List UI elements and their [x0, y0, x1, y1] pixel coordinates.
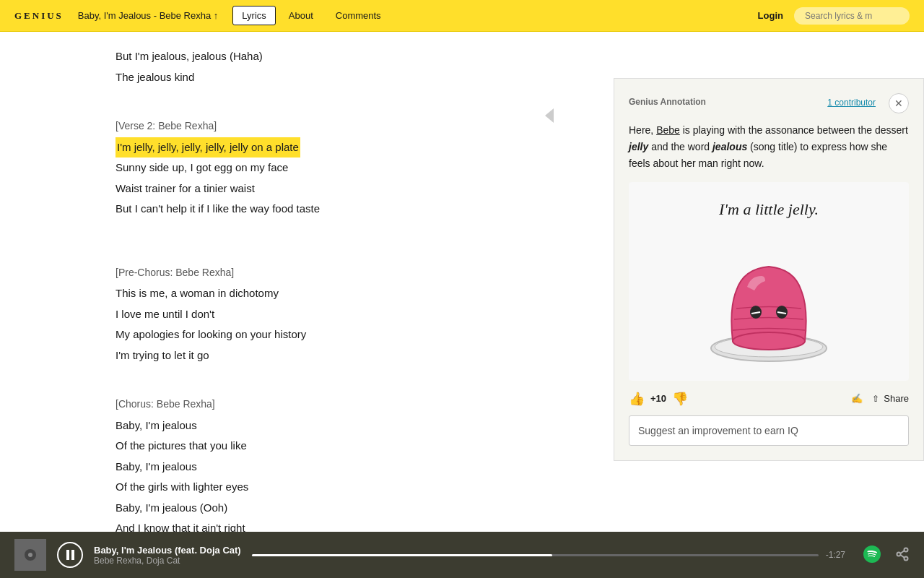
share-icon: ⇧	[872, 392, 879, 406]
suggest-improvement-button[interactable]: Suggest an improvement to earn IQ	[629, 415, 909, 446]
share-button[interactable]: ⇧ Share	[872, 392, 909, 407]
svg-point-2	[733, 332, 805, 350]
share-label: Share	[884, 392, 909, 407]
lyric-line: Sunny side up, I got egg on my face	[116, 158, 534, 178]
section-header-verse2: [Verse 2: Bebe Rexha]	[116, 116, 534, 136]
lyric-line: Baby, I'm jealous (Ooh)	[116, 498, 534, 519]
lyric-line: My apologies for looking on your history	[116, 324, 534, 345]
annotation-arrow	[545, 108, 554, 123]
time-remaining: -1:27	[826, 550, 845, 560]
lyric-line: The jealous kind	[116, 67, 534, 88]
site-header: GENIUS Baby, I'm Jealous - Bebe Rexha ↑ …	[0, 0, 924, 32]
spacer	[116, 220, 534, 234]
annotation-panel: Genius Annotation 1 contributor ✕ Here, …	[614, 78, 924, 461]
annotation-jelly-word: jelly	[629, 141, 648, 152]
pause-icon	[66, 550, 74, 560]
svg-point-13	[905, 556, 908, 560]
contributor-link[interactable]: 1 contributor	[827, 96, 876, 110]
album-art-image	[14, 539, 46, 571]
login-button[interactable]: Login	[758, 10, 783, 21]
lyric-line: This is me, a woman in dichotomy	[116, 283, 534, 304]
lyric-line: Of the girls with lighter eyes	[116, 477, 534, 498]
spacer	[116, 87, 534, 102]
track-name: Baby, I'm Jealous (feat. Doja Cat)	[94, 545, 241, 556]
header-right: Login	[758, 7, 910, 25]
svg-line-14	[900, 551, 904, 553]
song-title: Baby, I'm Jealous - Bebe Rexha ↑	[78, 10, 218, 21]
svg-line-15	[900, 555, 904, 558]
upvote-button[interactable]: 👍	[629, 391, 645, 407]
lyric-line: Baby, I'm jealous	[116, 457, 534, 478]
svg-point-12	[897, 552, 901, 556]
player-share-button[interactable]	[895, 547, 910, 564]
tab-lyrics[interactable]: Lyrics	[232, 6, 275, 25]
lyric-line: I love me until I don't	[116, 304, 534, 325]
lyric-line: But I'm jealous, jealous (Haha)	[116, 46, 534, 67]
vote-count: +10	[650, 392, 666, 407]
lyric-line: Baby, I'm jealous	[116, 415, 534, 436]
highlighted-lyric-line[interactable]: I'm jelly, jelly, jelly, jelly, jelly on…	[116, 137, 534, 158]
section-header-chorus: [Chorus: Bebe Rexha]	[116, 394, 534, 414]
lyrics-column: But I'm jealous, jealous (Haha) The jeal…	[0, 32, 563, 578]
highlighted-text[interactable]: I'm jelly, jelly, jelly, jelly, jelly on…	[116, 137, 300, 158]
annotation-text-p3: and the word	[648, 141, 712, 152]
annotation-header-left: Genius Annotation	[629, 93, 706, 109]
jelly-svg	[697, 236, 841, 366]
track-info: Baby, I'm Jealous (feat. Doja Cat) Bebe …	[94, 545, 241, 566]
svg-point-11	[905, 548, 908, 551]
tab-comments[interactable]: Comments	[326, 6, 391, 25]
lyric-line: Waist trainer for a tinier waist	[116, 178, 534, 199]
annotation-jealous-word: jealous	[712, 141, 747, 152]
section-header-prechorus: [Pre-Chorus: Bebe Rexha]	[116, 263, 534, 282]
pause-bar-left	[66, 550, 69, 560]
jelly-illustration: I'm a little jelly.	[629, 182, 909, 381]
tab-about[interactable]: About	[279, 6, 323, 25]
album-art	[14, 539, 46, 571]
progress-area: -1:27	[252, 550, 845, 560]
music-player: Baby, I'm Jealous (feat. Doja Cat) Bebe …	[0, 532, 924, 578]
lyric-line: But I can't help it if I like the way fo…	[116, 199, 534, 220]
progress-fill	[252, 554, 552, 556]
annotation-label: Genius Annotation	[629, 97, 706, 107]
pause-button[interactable]	[57, 542, 83, 568]
bebe-name: Bebe	[656, 124, 680, 136]
search-input[interactable]	[794, 7, 910, 25]
progress-bar[interactable]	[252, 554, 819, 556]
pause-bar-right	[71, 550, 74, 560]
annotation-header-right: 1 contributor ✕	[827, 93, 909, 113]
svg-point-9	[28, 553, 32, 557]
nav-tabs: Lyrics About Comments	[232, 6, 390, 25]
annotation-header: Genius Annotation 1 contributor ✕	[629, 93, 909, 113]
track-artist: Bebe Rexha, Doja Cat	[94, 556, 241, 566]
annotation-text-p1: Here,	[629, 124, 656, 136]
annotation-text-p2: is playing with the assonance between th…	[680, 124, 908, 136]
spacer	[116, 366, 534, 380]
downvote-button[interactable]: 👎	[672, 391, 688, 407]
annotation-id-icon: ✍	[851, 392, 863, 407]
annotation-text: Here, Bebe is playing with the assonance…	[629, 122, 909, 172]
main-content: But I'm jealous, jealous (Haha) The jeal…	[0, 32, 924, 578]
spacer	[116, 234, 534, 249]
site-logo: GENIUS	[14, 10, 64, 22]
lyric-line: Of the pictures that you like	[116, 436, 534, 457]
annotation-footer: 👍 +10 👎 ✍ ⇧ Share	[629, 391, 909, 407]
lyric-line: I'm trying to let it go	[116, 345, 534, 366]
close-button[interactable]: ✕	[889, 93, 909, 113]
annotation-image: I'm a little jelly.	[629, 182, 909, 381]
jelly-caption: I'm a little jelly.	[719, 197, 819, 222]
spotify-icon[interactable]	[863, 545, 881, 565]
